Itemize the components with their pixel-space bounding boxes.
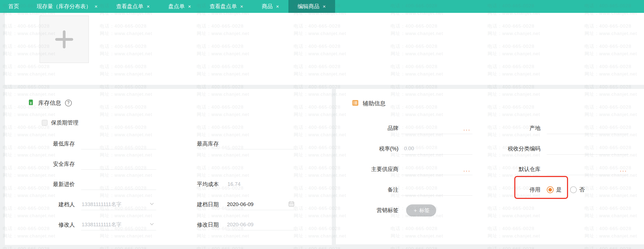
help-icon[interactable]: ? <box>65 100 72 106</box>
close-icon[interactable]: × <box>94 4 98 9</box>
tax-rate-input[interactable] <box>403 146 472 152</box>
tax-rate-field <box>401 143 472 155</box>
latest-price-label: 最新进价 <box>5 181 76 188</box>
expiry-management-row: 保质期管理 <box>42 119 78 126</box>
tax-code-field <box>547 143 629 155</box>
tab-view-count-sheet-2[interactable]: 查看盘点单 × <box>200 0 252 13</box>
remark-field <box>401 184 472 196</box>
latest-price-input[interactable] <box>81 181 156 187</box>
inventory-form: 最低库存 最高库存 安全库存 最新进价 平均成本 16.74 建档人 <box>5 134 332 235</box>
origin-label: 产地 <box>472 125 542 132</box>
tab-bar: 首页 现存量（库存分布表） × 查看盘点单 × 盘点单 × 查看盘点单 × 商品… <box>0 0 644 13</box>
modifier-label: 修改人 <box>5 221 76 228</box>
supplier-input[interactable] <box>403 166 472 172</box>
close-icon[interactable]: × <box>240 4 243 9</box>
expiry-checkbox-label: 保质期管理 <box>51 119 78 126</box>
tab-view-count-sheet-1[interactable]: 查看盘点单 × <box>107 0 159 13</box>
marketing-tags-label: 营销标签 <box>336 207 400 214</box>
auxiliary-info-card: 辅助信息 品牌 ··· 产地 税率(%) 税收分类编码 主要供应商 ··· 默认… <box>336 89 644 244</box>
marketing-tags-field: ＋ 标签 <box>401 205 472 216</box>
safe-stock-label: 安全库存 <box>5 160 76 168</box>
plus-icon <box>55 30 73 48</box>
max-stock-label: 最高库存 <box>156 140 220 147</box>
create-date-field <box>226 199 296 210</box>
creator-label: 建档人 <box>5 201 76 208</box>
safe-stock-field <box>81 158 156 170</box>
tab-edit-goods[interactable]: 编辑商品 × <box>288 0 335 13</box>
warehouse-label: 默认仓库 <box>472 166 542 173</box>
radio-yes-label: 是 <box>556 186 562 193</box>
radio-no-label: 否 <box>579 186 585 193</box>
tab-label: 盘点单 <box>168 3 185 10</box>
modify-date-field <box>226 219 296 230</box>
tab-count-sheet[interactable]: 盘点单 × <box>159 0 200 13</box>
origin-field <box>547 123 629 134</box>
tax-rate-label: 税率(%) <box>336 145 400 152</box>
min-stock-input[interactable] <box>81 141 156 147</box>
tab-label: 现存量（库存分布表） <box>37 3 91 10</box>
chevron-down-icon[interactable] <box>149 201 155 208</box>
more-icon[interactable]: ··· <box>620 169 627 174</box>
brand-field: ··· <box>401 123 472 134</box>
tab-label: 查看盘点单 <box>209 3 237 10</box>
remark-label: 备注 <box>336 186 400 193</box>
section-title: 辅助信息 <box>363 100 386 107</box>
tab-stock-distribution[interactable]: 现存量（库存分布表） × <box>27 0 107 13</box>
tab-label: 查看盘点单 <box>116 3 143 10</box>
close-icon[interactable]: × <box>323 4 326 9</box>
remark-input[interactable] <box>403 187 472 193</box>
create-date-input[interactable] <box>226 201 296 207</box>
creator-select[interactable] <box>81 201 156 207</box>
create-date-label: 建档日期 <box>156 201 220 208</box>
creator-field <box>81 199 156 210</box>
chevron-down-icon[interactable] <box>149 221 155 228</box>
warehouse-input[interactable] <box>547 166 629 172</box>
brand-label: 品牌 <box>336 125 400 132</box>
modifier-field <box>81 219 156 230</box>
tab-label: 商品 <box>262 3 273 10</box>
expiry-checkbox[interactable] <box>42 120 48 126</box>
avg-cost-value: 16.74 <box>226 181 241 187</box>
tab-label: 编辑商品 <box>298 3 320 10</box>
warehouse-field: ··· <box>547 164 629 175</box>
list-icon <box>352 99 359 108</box>
tax-code-input[interactable] <box>547 146 629 152</box>
calendar-icon[interactable] <box>288 201 295 208</box>
brand-input[interactable] <box>403 125 472 131</box>
close-icon[interactable]: × <box>147 4 150 9</box>
max-stock-input[interactable] <box>226 141 296 147</box>
tab-home[interactable]: 首页 <box>0 0 27 13</box>
max-stock-field <box>226 138 296 149</box>
tab-label: 首页 <box>8 3 19 10</box>
tab-goods[interactable]: 商品 × <box>252 0 288 13</box>
safe-stock-input[interactable] <box>81 161 156 167</box>
min-stock-label: 最低库存 <box>5 140 76 147</box>
close-icon[interactable]: × <box>276 4 279 9</box>
image-upload-box[interactable] <box>40 16 89 63</box>
store-icon <box>27 99 34 107</box>
modifier-select[interactable] <box>81 222 156 228</box>
close-icon[interactable]: × <box>188 4 191 9</box>
radio-no[interactable] <box>570 186 577 193</box>
section-title: 库存信息 <box>38 99 61 107</box>
modify-date-label: 修改日期 <box>156 221 220 228</box>
disable-label: 停用 <box>472 186 542 193</box>
latest-price-field <box>81 178 156 190</box>
supplier-label: 主要供应商 <box>336 166 400 173</box>
disable-radio-group: 是 否 <box>547 184 629 196</box>
origin-input[interactable] <box>547 125 629 131</box>
modify-date-input[interactable] <box>226 222 296 228</box>
inventory-info-card: 库存信息 ? 保质期管理 最低库存 最高库存 安全库存 最新进价 平均成本 16… <box>5 89 332 245</box>
tax-code-label: 税收分类编码 <box>472 145 542 152</box>
add-tag-button[interactable]: ＋ 标签 <box>406 204 436 216</box>
auxiliary-form: 品牌 ··· 产地 税率(%) 税收分类编码 主要供应商 ··· 默认仓库 ··… <box>336 118 644 221</box>
more-icon[interactable]: ··· <box>463 169 471 174</box>
more-icon[interactable]: ··· <box>463 128 471 133</box>
supplier-field: ··· <box>401 164 472 175</box>
product-image-area <box>5 13 644 85</box>
avg-cost-field: 16.74 <box>226 178 296 190</box>
min-stock-field <box>81 138 156 149</box>
radio-yes[interactable] <box>547 186 554 193</box>
avg-cost-label: 平均成本 <box>156 181 220 188</box>
